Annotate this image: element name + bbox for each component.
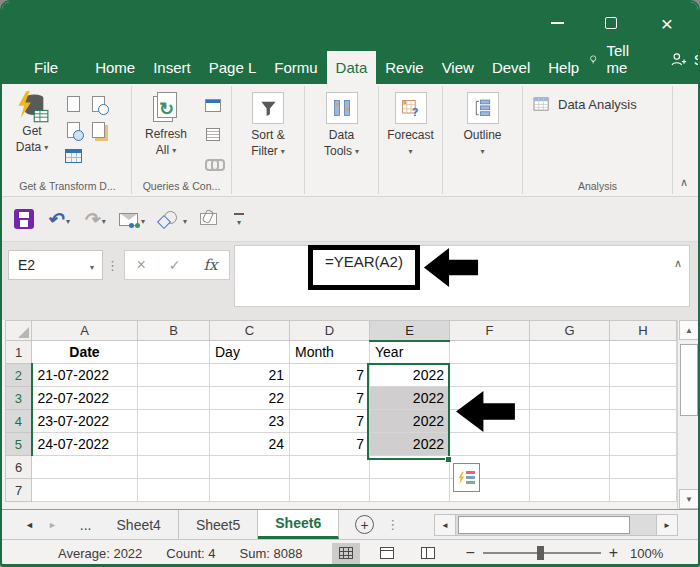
cell-d5[interactable]: 7 bbox=[290, 433, 370, 456]
cell-f3[interactable] bbox=[450, 387, 530, 410]
cell-f2[interactable] bbox=[450, 364, 530, 387]
redo-button[interactable] bbox=[83, 208, 106, 231]
sheet-tab-sheet6[interactable]: Sheet6 bbox=[258, 510, 339, 539]
tab-help[interactable]: Help bbox=[539, 51, 588, 84]
normal-view-button[interactable] bbox=[332, 543, 360, 564]
tell-me-button[interactable]: Tell me bbox=[588, 42, 636, 76]
insert-function-button[interactable]: fx bbox=[204, 256, 218, 274]
sheet-nav-right-button[interactable] bbox=[41, 510, 64, 539]
cell-d3[interactable]: 7 bbox=[290, 387, 370, 410]
collapse-ribbon-icon[interactable] bbox=[680, 172, 688, 190]
cell-f1[interactable] bbox=[450, 341, 530, 364]
cell-a4[interactable]: 23-07-2022 bbox=[32, 410, 138, 433]
refresh-all-button[interactable]: Refresh All bbox=[138, 92, 194, 158]
minimize-button[interactable] bbox=[544, 10, 570, 36]
row-header-4[interactable]: 4 bbox=[6, 410, 32, 433]
cell-a5[interactable]: 24-07-2022 bbox=[32, 433, 138, 456]
customize-qat-button[interactable] bbox=[234, 213, 244, 225]
cell-g3[interactable] bbox=[530, 387, 610, 410]
sheet-tab-sheet4[interactable]: Sheet4 bbox=[100, 510, 179, 539]
cell-e4[interactable]: 2022 bbox=[370, 410, 450, 433]
sort-filter-button[interactable]: Sort & Filter bbox=[232, 92, 304, 159]
cell-f5[interactable] bbox=[450, 433, 530, 456]
save-button[interactable] bbox=[14, 209, 34, 229]
properties-button[interactable] bbox=[202, 123, 224, 146]
column-header-b[interactable]: B bbox=[138, 321, 210, 341]
existing-connections-button[interactable] bbox=[87, 118, 109, 141]
scroll-left-button[interactable] bbox=[435, 515, 456, 535]
scroll-up-button[interactable] bbox=[679, 320, 699, 340]
cell-b4[interactable] bbox=[138, 410, 210, 433]
vertical-scrollbar[interactable] bbox=[677, 320, 700, 509]
data-analysis-button[interactable]: Data Analysis bbox=[533, 96, 637, 113]
from-web-button[interactable] bbox=[62, 118, 84, 141]
undo-button[interactable] bbox=[47, 208, 70, 231]
cell-c5[interactable]: 24 bbox=[210, 433, 290, 456]
sheet-nav-left-button[interactable] bbox=[18, 510, 41, 539]
column-header-d[interactable]: D bbox=[290, 321, 370, 341]
row-header-7[interactable]: 7 bbox=[6, 479, 32, 502]
cell-a3[interactable]: 22-07-2022 bbox=[32, 387, 138, 410]
sheet-tab-sheet5[interactable]: Sheet5 bbox=[179, 510, 258, 539]
row-header-5[interactable]: 5 bbox=[6, 433, 32, 456]
email-button[interactable] bbox=[119, 210, 145, 228]
outline-button[interactable]: Outline bbox=[443, 92, 522, 159]
cell-h3[interactable] bbox=[610, 387, 677, 410]
cell-h5[interactable] bbox=[610, 433, 677, 456]
shapes-button[interactable] bbox=[158, 210, 187, 228]
cell-g6[interactable] bbox=[530, 456, 610, 479]
cell-g5[interactable] bbox=[530, 433, 610, 456]
page-break-view-button[interactable] bbox=[414, 543, 442, 564]
zoom-slider-thumb[interactable] bbox=[537, 546, 544, 560]
vertical-scroll-thumb[interactable] bbox=[680, 344, 698, 416]
column-header-a[interactable]: A bbox=[32, 321, 138, 341]
cell-d2[interactable]: 7 bbox=[290, 364, 370, 387]
tab-developer[interactable]: Devel bbox=[483, 51, 539, 84]
column-header-c[interactable]: C bbox=[210, 321, 290, 341]
select-all-button[interactable] bbox=[6, 321, 32, 341]
horizontal-scrollbar[interactable] bbox=[434, 514, 678, 536]
cell-b1[interactable] bbox=[138, 341, 210, 364]
tab-review[interactable]: Revie bbox=[376, 51, 432, 84]
tab-insert[interactable]: Insert bbox=[144, 51, 200, 84]
edit-links-button[interactable] bbox=[202, 152, 224, 175]
quick-analysis-button[interactable] bbox=[453, 463, 480, 492]
zoom-out-button[interactable]: − bbox=[465, 544, 474, 562]
cell-c4[interactable]: 23 bbox=[210, 410, 290, 433]
cell-e7[interactable] bbox=[370, 479, 450, 502]
cell-b3[interactable] bbox=[138, 387, 210, 410]
cell-d1[interactable]: Month bbox=[290, 341, 370, 364]
recent-sources-button[interactable] bbox=[87, 92, 109, 115]
row-header-2[interactable]: 2 bbox=[6, 364, 32, 387]
page-layout-view-button[interactable] bbox=[373, 543, 401, 564]
column-header-h[interactable]: H bbox=[610, 321, 677, 341]
get-data-button[interactable]: Get Data bbox=[8, 90, 56, 155]
cell-c2[interactable]: 21 bbox=[210, 364, 290, 387]
cell-c3[interactable]: 22 bbox=[210, 387, 290, 410]
forecast-button[interactable]: ? Forecast bbox=[379, 92, 442, 159]
cell-b6[interactable] bbox=[138, 456, 210, 479]
tab-data[interactable]: Data bbox=[327, 51, 377, 84]
cell-h1[interactable] bbox=[610, 341, 677, 364]
close-button[interactable]: × bbox=[654, 10, 680, 36]
zoom-level[interactable]: 100% bbox=[630, 546, 663, 561]
row-header-6[interactable]: 6 bbox=[6, 456, 32, 479]
enter-button[interactable]: ✓ bbox=[169, 257, 181, 273]
tab-formulas[interactable]: Formu bbox=[265, 51, 326, 84]
from-table-button[interactable] bbox=[62, 144, 84, 167]
attach-button[interactable] bbox=[200, 213, 217, 225]
tab-view[interactable]: View bbox=[433, 51, 483, 84]
row-header-3[interactable]: 3 bbox=[6, 387, 32, 410]
cell-d6[interactable] bbox=[290, 456, 370, 479]
cell-g2[interactable] bbox=[530, 364, 610, 387]
cell-a6[interactable] bbox=[32, 456, 138, 479]
cell-h2[interactable] bbox=[610, 364, 677, 387]
fill-handle[interactable] bbox=[445, 456, 452, 463]
cell-c6[interactable] bbox=[210, 456, 290, 479]
row-header-1[interactable]: 1 bbox=[6, 341, 32, 364]
cell-f4[interactable] bbox=[450, 410, 530, 433]
scroll-down-button[interactable] bbox=[679, 489, 699, 509]
cell-e5[interactable]: 2022 bbox=[370, 433, 450, 456]
tab-page-layout[interactable]: Page L bbox=[200, 51, 266, 84]
cell-h4[interactable] bbox=[610, 410, 677, 433]
